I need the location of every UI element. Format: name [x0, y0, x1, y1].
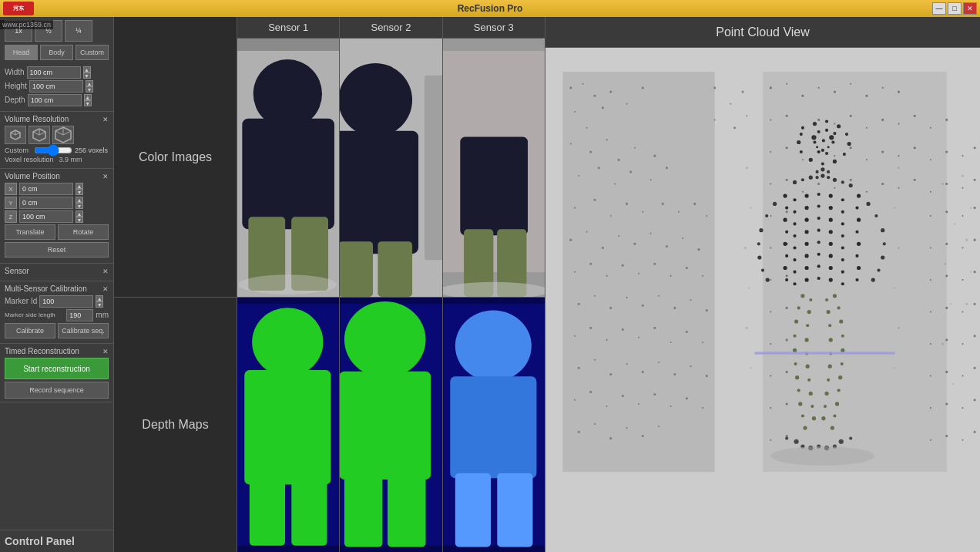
- svg-rect-47: [340, 372, 431, 480]
- svg-point-112: [578, 303, 580, 305]
- depth-input[interactable]: [28, 94, 82, 106]
- svg-point-321: [841, 210, 844, 214]
- reset-button[interactable]: Reset: [5, 242, 109, 257]
- svg-point-247: [930, 407, 931, 409]
- svg-point-55: [455, 311, 531, 382]
- svg-point-304: [857, 194, 861, 197]
- x-pos-input[interactable]: [19, 183, 73, 195]
- mode-btn-quarter[interactable]: ¼: [65, 20, 92, 42]
- volume-position-collapse[interactable]: ✕: [102, 173, 109, 180]
- svg-point-91: [678, 211, 680, 213]
- maximize-button[interactable]: □: [948, 2, 962, 15]
- minimize-button[interactable]: —: [932, 2, 946, 15]
- preset-head[interactable]: Head: [5, 45, 38, 60]
- svg-point-341: [841, 258, 844, 261]
- depth-label: Depth: [5, 96, 25, 104]
- y-pos-input[interactable]: [19, 197, 73, 209]
- svg-point-281: [831, 140, 834, 143]
- marker-id-input[interactable]: [39, 295, 93, 308]
- z-pos-input[interactable]: [19, 210, 73, 223]
- svg-point-72: [642, 86, 644, 89]
- rotate-button[interactable]: Rotate: [58, 224, 109, 240]
- svg-point-425: [750, 367, 751, 369]
- svg-point-345: [829, 266, 833, 270]
- calibrate-button[interactable]: Calibrate: [5, 323, 55, 338]
- x-up[interactable]: ▲: [76, 183, 83, 189]
- svg-point-198: [817, 183, 820, 185]
- svg-rect-63: [763, 72, 947, 472]
- sensor-collapse[interactable]: ✕: [102, 268, 109, 275]
- svg-point-81: [614, 183, 616, 184]
- svg-rect-24: [340, 131, 418, 254]
- height-label: Height: [5, 82, 27, 90]
- marker-side-input[interactable]: [66, 309, 93, 321]
- sensor3-color-col: Sensor 3: [443, 17, 545, 297]
- marker-id-up[interactable]: ▲: [96, 295, 103, 301]
- svg-point-349: [817, 277, 821, 280]
- calibrate-seq-button[interactable]: Calibrate seq.: [58, 323, 109, 338]
- svg-point-151: [626, 427, 627, 429]
- svg-point-362: [883, 242, 886, 245]
- start-reconstruction-button[interactable]: Start reconstruction: [5, 358, 109, 379]
- svg-point-46: [344, 301, 426, 378]
- y-up[interactable]: ▲: [76, 197, 83, 203]
- depth-spinner: ▲ ▼: [84, 94, 92, 106]
- calibration-collapse[interactable]: ✕: [102, 285, 109, 293]
- svg-point-110: [686, 267, 688, 269]
- svg-point-355: [757, 242, 760, 245]
- translate-button[interactable]: Translate: [5, 224, 55, 240]
- sensor3-depth-col: [443, 298, 545, 552]
- svg-point-207: [962, 187, 963, 189]
- svg-point-227: [770, 311, 771, 313]
- depth-up[interactable]: ▲: [84, 94, 92, 100]
- resolution-slider[interactable]: [34, 147, 72, 153]
- z-up[interactable]: ▲: [76, 210, 83, 217]
- close-button[interactable]: ✕: [963, 2, 977, 15]
- svg-point-441: [970, 271, 972, 273]
- svg-point-314: [817, 193, 821, 196]
- svg-point-335: [829, 242, 833, 246]
- z-down[interactable]: ▼: [76, 217, 83, 223]
- svg-point-197: [802, 191, 804, 193]
- marker-id-down[interactable]: ▼: [96, 301, 103, 308]
- svg-point-79: [578, 175, 579, 177]
- svg-point-249: [962, 407, 963, 409]
- cube-small[interactable]: [5, 126, 26, 144]
- depth-down[interactable]: ▼: [84, 100, 92, 106]
- width-down[interactable]: ▼: [83, 72, 91, 79]
- sensor3-depth-svg: [443, 298, 545, 552]
- timed-reconstruction-collapse[interactable]: ✕: [102, 348, 109, 355]
- svg-point-346: [841, 271, 844, 274]
- svg-point-322: [793, 222, 796, 225]
- width-up[interactable]: ▲: [83, 66, 91, 72]
- cube-large[interactable]: [52, 126, 74, 144]
- point-cloud-view[interactable]: [545, 48, 980, 552]
- width-input[interactable]: [27, 66, 81, 79]
- svg-point-193: [962, 155, 963, 157]
- svg-point-316: [841, 198, 844, 201]
- y-down[interactable]: ▼: [76, 203, 83, 209]
- svg-point-333: [805, 242, 809, 246]
- preset-custom[interactable]: Custom: [76, 45, 109, 60]
- titlebar: 河东 RecFusion Pro — □ ✕: [0, 0, 980, 17]
- svg-point-148: [578, 431, 580, 433]
- depth-maps-row: Depth Maps: [114, 298, 545, 552]
- record-sequence-button[interactable]: Record sequence: [5, 382, 109, 399]
- height-up[interactable]: ▲: [86, 80, 93, 86]
- svg-point-325: [829, 218, 833, 222]
- color-images-label-col: Color Images: [114, 17, 237, 297]
- svg-point-150: [609, 437, 612, 439]
- height-down[interactable]: ▼: [86, 86, 93, 93]
- volume-resolution-collapse[interactable]: ✕: [102, 116, 109, 123]
- svg-point-379: [806, 324, 809, 327]
- height-input[interactable]: [29, 80, 83, 93]
- voxel-res-label: Voxel resolution: [5, 156, 54, 163]
- svg-point-393: [838, 375, 842, 379]
- x-down[interactable]: ▼: [76, 189, 83, 195]
- cube-medium-icon: [32, 128, 47, 142]
- preset-body[interactable]: Body: [40, 45, 73, 60]
- cube-medium[interactable]: [29, 126, 50, 144]
- svg-point-119: [690, 299, 692, 301]
- svg-point-238: [974, 335, 976, 337]
- svg-point-221: [770, 279, 771, 281]
